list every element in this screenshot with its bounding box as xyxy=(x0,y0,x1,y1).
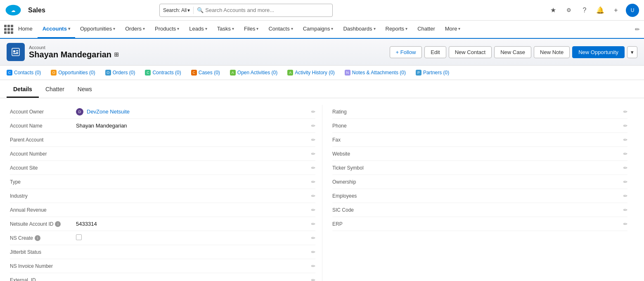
nav-item-reports[interactable]: Reports ▾ xyxy=(381,21,413,38)
nav-item-campaigns[interactable]: Campaigns ▾ xyxy=(298,21,339,38)
salesforce-logo[interactable]: ☁ xyxy=(5,2,21,19)
detail-left-section: Account Owner D DevZone Netsuite ✏ Accou… xyxy=(10,105,322,281)
top-navigation: ☁ Sales Search: All ▾ 🔍 ★ ⚙ ? 🔔 + U xyxy=(0,0,644,21)
nav-item-dashboards[interactable]: Dashboards ▾ xyxy=(338,21,380,38)
help-icon[interactable]: ? xyxy=(579,5,590,16)
field-row-website: Website ✏ xyxy=(332,147,627,161)
field-edit-account-site[interactable]: ✏ xyxy=(305,165,315,171)
add-icon[interactable]: + xyxy=(610,5,622,16)
field-edit-phone[interactable]: ✏ xyxy=(618,123,627,129)
tab-news[interactable]: News xyxy=(71,80,99,98)
field-edit-erp[interactable]: ✏ xyxy=(618,221,627,227)
field-edit-employees[interactable]: ✏ xyxy=(618,193,627,199)
field-label-ns-invoice: NS Invoice Number xyxy=(10,263,76,269)
record-header: Account Shayan Mandegarian ⊞ + Follow Ed… xyxy=(0,39,644,66)
tab-chatter[interactable]: Chatter xyxy=(39,80,71,98)
nav-item-opportunities[interactable]: Opportunities ▾ xyxy=(75,21,120,38)
more-chevron-icon: ▾ xyxy=(458,26,460,31)
nav-item-contacts[interactable]: Contacts ▾ xyxy=(263,21,298,38)
field-edit-external-id[interactable]: ✏ xyxy=(305,277,315,281)
field-edit-type[interactable]: ✏ xyxy=(305,179,315,185)
related-link-cases[interactable]: C Cases (0) xyxy=(191,69,220,76)
field-edit-jitterbit[interactable]: ✏ xyxy=(305,249,315,255)
related-link-opportunities[interactable]: O Opportunities (0) xyxy=(51,69,95,76)
notes-rel-icon: N xyxy=(345,70,350,76)
search-divider xyxy=(193,7,194,14)
user-avatar[interactable]: U xyxy=(626,4,639,17)
field-edit-industry[interactable]: ✏ xyxy=(305,193,315,199)
search-scope-button[interactable]: Search: All ▾ xyxy=(163,7,190,13)
detail-content: Account Owner D DevZone Netsuite ✏ Accou… xyxy=(0,98,644,281)
open-activities-rel-icon: A xyxy=(230,70,236,76)
ns-create-info-icon[interactable]: i xyxy=(35,235,40,241)
related-link-notes[interactable]: N Notes & Attachments (0) xyxy=(345,69,406,76)
field-edit-rating[interactable]: ✏ xyxy=(618,109,627,115)
related-link-contacts[interactable]: C Contacts (0) xyxy=(7,69,41,76)
record-name-icon[interactable]: ⊞ xyxy=(114,51,119,58)
nav-item-tasks[interactable]: Tasks ▾ xyxy=(212,21,239,38)
ns-create-checkbox[interactable] xyxy=(76,234,82,240)
record-header-left: Account Shayan Mandegarian ⊞ xyxy=(7,43,119,61)
tab-details[interactable]: Details xyxy=(7,80,39,98)
main-navigation: Home Accounts ▾ Opportunities ▾ Orders ▾… xyxy=(0,21,644,39)
edit-button[interactable]: Edit xyxy=(424,46,446,58)
field-label-website: Website xyxy=(332,151,398,157)
field-edit-sic-code[interactable]: ✏ xyxy=(618,207,627,213)
nav-edit-icon[interactable]: ✏ xyxy=(635,26,640,33)
field-row-ns-invoice: NS Invoice Number ✏ xyxy=(10,259,315,273)
search-input[interactable] xyxy=(205,7,329,13)
svg-rect-3 xyxy=(13,50,15,52)
search-icon: 🔍 xyxy=(197,7,204,13)
page-body: Details Chatter News Account Owner D Dev… xyxy=(0,80,644,281)
field-row-account-name: Account Name Shayan Mandegarian ✏ xyxy=(10,119,315,133)
related-link-activity-history[interactable]: A Activity History (0) xyxy=(287,69,335,76)
nav-item-chatter[interactable]: Chatter xyxy=(412,21,440,38)
cases-rel-icon: C xyxy=(191,70,197,76)
nav-item-more[interactable]: More ▾ xyxy=(440,21,466,38)
field-edit-annual-revenue[interactable]: ✏ xyxy=(305,207,315,213)
field-edit-netsuite-id[interactable]: ✏ xyxy=(305,221,315,227)
field-row-phone: Phone ✏ xyxy=(332,119,627,133)
new-note-button[interactable]: New Note xyxy=(534,46,570,58)
new-opportunity-button[interactable]: New Opportunity xyxy=(572,46,625,58)
field-edit-ownership[interactable]: ✏ xyxy=(618,179,627,185)
field-row-annual-revenue: Annual Revenue ✏ xyxy=(10,203,315,217)
nav-item-leads[interactable]: Leads ▾ xyxy=(184,21,212,38)
actions-dropdown-button[interactable]: ▾ xyxy=(627,46,637,58)
svg-rect-6 xyxy=(13,53,18,54)
field-edit-ns-invoice[interactable]: ✏ xyxy=(305,263,315,269)
nav-item-products[interactable]: Products ▾ xyxy=(150,21,184,38)
related-link-orders[interactable]: O Orders (0) xyxy=(105,69,135,76)
field-label-ownership: Ownership xyxy=(332,179,398,185)
search-bar: Search: All ▾ 🔍 xyxy=(159,4,333,17)
field-edit-account-owner[interactable]: ✏ xyxy=(305,109,315,115)
field-edit-fax[interactable]: ✏ xyxy=(618,137,627,143)
field-edit-account-number[interactable]: ✏ xyxy=(305,151,315,157)
favorites-icon[interactable]: ★ xyxy=(547,5,559,16)
nav-item-orders[interactable]: Orders ▾ xyxy=(120,21,150,38)
field-edit-ticker[interactable]: ✏ xyxy=(618,165,627,171)
field-edit-ns-create[interactable]: ✏ xyxy=(305,235,315,241)
field-value-account-owner[interactable]: D DevZone Netsuite xyxy=(76,108,305,116)
field-edit-parent-account[interactable]: ✏ xyxy=(305,137,315,143)
related-link-open-activities[interactable]: A Open Activities (0) xyxy=(230,69,277,76)
field-row-account-number: Account Number ✏ xyxy=(10,147,315,161)
files-chevron-icon: ▾ xyxy=(256,26,258,31)
setup-icon[interactable]: ⚙ xyxy=(563,5,575,16)
follow-button[interactable]: + Follow xyxy=(390,46,422,58)
field-edit-account-name[interactable]: ✏ xyxy=(305,123,315,129)
related-link-contracts[interactable]: C Contracts (0) xyxy=(145,69,181,76)
field-label-erp: ERP xyxy=(332,221,398,227)
field-edit-website[interactable]: ✏ xyxy=(618,151,627,157)
field-label-ns-create: NS Create i xyxy=(10,235,76,241)
nav-item-files[interactable]: Files ▾ xyxy=(239,21,263,38)
related-link-partners[interactable]: P Partners (0) xyxy=(416,69,449,76)
app-launcher-icon[interactable] xyxy=(4,25,13,34)
netsuite-id-info-icon[interactable]: i xyxy=(55,221,61,227)
nav-item-home[interactable]: Home xyxy=(13,21,38,38)
new-case-button[interactable]: New Case xyxy=(494,46,531,58)
record-name: Shayan Mandegarian ⊞ xyxy=(29,50,119,59)
nav-item-accounts[interactable]: Accounts ▾ xyxy=(38,21,75,38)
notifications-icon[interactable]: 🔔 xyxy=(594,5,606,16)
new-contact-button[interactable]: New Contact xyxy=(449,46,492,58)
